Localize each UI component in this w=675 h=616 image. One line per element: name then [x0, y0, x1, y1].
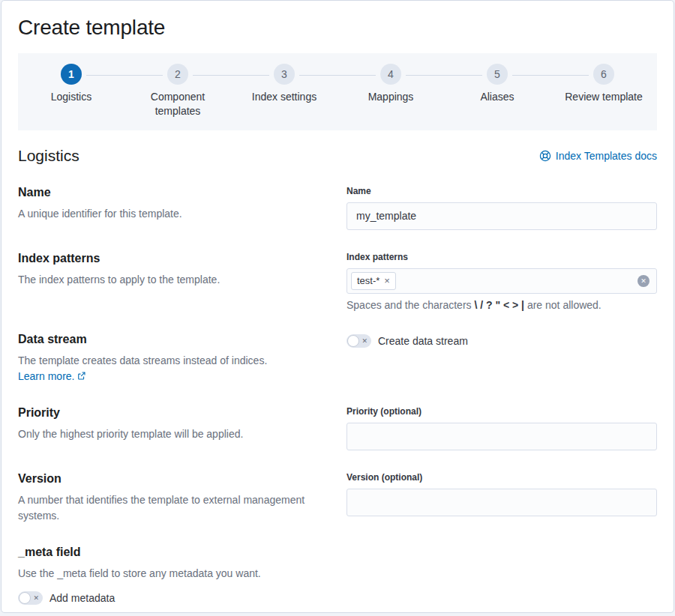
priority-row-description: Only the highest priority template will … — [18, 426, 328, 442]
name-input[interactable] — [346, 202, 657, 230]
help-prefix: Spaces and the characters — [346, 299, 472, 311]
toggle-off-icon: ✕ — [33, 594, 39, 601]
index-patterns-combobox[interactable]: test-* × ✕ — [346, 268, 657, 294]
data-stream-description-text: The template creates data streams instea… — [18, 354, 267, 366]
section-title: Logistics — [18, 147, 80, 165]
step-label: Index settings — [239, 90, 329, 104]
name-row-title: Name — [18, 186, 328, 199]
index-pattern-pill: test-* × — [351, 272, 396, 290]
toggle-thumb — [19, 592, 31, 604]
step-label: Mappings — [346, 90, 436, 104]
help-suffix: are not allowed. — [527, 299, 602, 311]
clear-patterns-icon[interactable]: ✕ — [638, 275, 650, 287]
add-metadata-toggle[interactable]: ✕ — [18, 591, 43, 605]
toggle-thumb — [347, 335, 359, 347]
step-number-badge: 3 — [274, 64, 295, 85]
data-stream-row-description: The template creates data streams instea… — [18, 353, 328, 384]
index-patterns-help-text: Spaces and the characters \ / ? " < > | … — [346, 299, 657, 311]
priority-field-label: Priority (optional) — [346, 406, 657, 417]
create-data-stream-toggle-label: Create data stream — [378, 335, 468, 347]
step-aliases: 5 Aliases — [444, 64, 550, 118]
step-number-badge: 4 — [380, 64, 401, 85]
version-row-title: Version — [18, 472, 328, 486]
step-label: Component templates — [133, 90, 223, 118]
learn-more-label: Learn more. — [18, 369, 74, 384]
index-patterns-row-description: The index patterns to apply to the templ… — [18, 272, 328, 288]
step-label: Logistics — [26, 90, 116, 104]
priority-input[interactable] — [346, 423, 657, 450]
index-patterns-field-label: Index patterns — [346, 252, 657, 262]
version-row-description: A number that identifies the template to… — [18, 492, 328, 524]
help-icon — [539, 150, 551, 162]
create-template-panel: Create template 1 Logistics 2 Component … — [1, 0, 674, 613]
step-index-settings: 3 Index settings — [231, 64, 338, 118]
docs-link-label: Index Templates docs — [556, 150, 657, 162]
step-label: Aliases — [452, 90, 542, 104]
form-row-data-stream: Data stream The template creates data st… — [18, 333, 657, 384]
index-templates-docs-link[interactable]: Index Templates docs — [539, 150, 657, 162]
version-field-label: Version (optional) — [346, 472, 657, 483]
form-row-version: Version A number that identifies the tem… — [18, 472, 657, 524]
name-row-description: A unique identifier for this template. — [18, 206, 328, 222]
page-title: Create template — [18, 16, 657, 40]
step-label: Review template — [559, 90, 649, 104]
meta-row-title: _meta field — [18, 546, 328, 559]
remove-pattern-icon[interactable]: × — [384, 276, 390, 286]
step-review-template: 6 Review template — [550, 64, 657, 118]
learn-more-link[interactable]: Learn more. — [18, 369, 86, 384]
data-stream-row-title: Data stream — [18, 333, 328, 346]
index-patterns-row-title: Index patterns — [18, 252, 328, 265]
step-progress: 1 Logistics 2 Component templates 3 Inde… — [18, 53, 657, 130]
version-input[interactable] — [346, 489, 657, 516]
index-pattern-pill-label: test-* — [357, 274, 380, 288]
form-row-meta: _meta field Use the _meta field to store… — [18, 546, 657, 605]
step-number-badge: 1 — [61, 64, 82, 85]
external-link-icon — [77, 372, 86, 380]
help-disallowed-chars: \ / ? " < > | — [474, 299, 524, 311]
add-metadata-toggle-label: Add metadata — [50, 592, 115, 604]
step-number-badge: 2 — [167, 64, 188, 85]
meta-row-description: Use the _meta field to store any metadat… — [18, 566, 328, 582]
priority-row-title: Priority — [18, 406, 328, 420]
name-field-label: Name — [346, 186, 657, 196]
step-logistics[interactable]: 1 Logistics — [18, 64, 124, 118]
form-row-name: Name A unique identifier for this templa… — [18, 186, 657, 230]
step-number-badge: 6 — [593, 64, 614, 85]
create-data-stream-toggle[interactable]: ✕ — [346, 334, 371, 348]
step-component-templates: 2 Component templates — [124, 64, 231, 118]
step-mappings: 4 Mappings — [338, 64, 444, 118]
form-row-index-patterns: Index patterns The index patterns to app… — [18, 252, 657, 311]
step-number-badge: 5 — [487, 64, 508, 85]
toggle-off-icon: ✕ — [362, 337, 368, 344]
form-row-priority: Priority Only the highest priority templ… — [18, 406, 657, 450]
